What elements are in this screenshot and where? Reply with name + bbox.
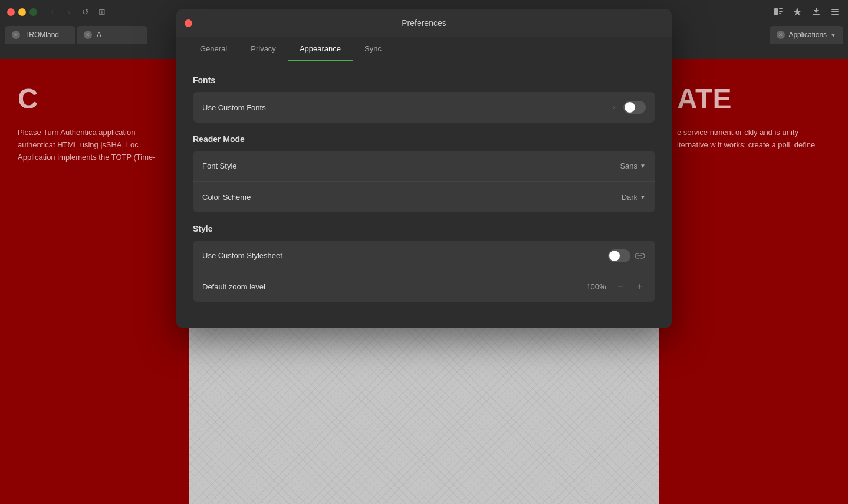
reader-icon[interactable] — [773, 6, 784, 18]
maximize-button[interactable] — [29, 8, 37, 16]
tab-close-applications[interactable]: ✕ — [777, 31, 785, 39]
tab-title-tromland: TROMland — [25, 31, 68, 39]
tab-title-appearance: A — [97, 31, 140, 39]
use-custom-fonts-toggle[interactable] — [623, 101, 646, 114]
star-icon[interactable] — [791, 6, 803, 18]
toggle-knob — [625, 102, 635, 113]
color-scheme-row: Color Scheme Dark ▼ — [193, 182, 655, 212]
back-button[interactable]: ‹ — [47, 6, 58, 18]
svg-rect-0 — [774, 8, 778, 15]
right-card-text: e service ntment or ckly and is unity lt… — [677, 127, 830, 151]
applications-dropdown-icon[interactable]: ▼ — [830, 32, 836, 38]
svg-rect-5 — [813, 14, 820, 15]
reload-button[interactable]: ↺ — [80, 6, 91, 18]
forward-button[interactable]: › — [63, 6, 75, 18]
svg-rect-8 — [831, 9, 839, 10]
use-custom-stylesheet-row: Use Custom Stylesheet — [193, 241, 655, 271]
left-card-text: Please Turn Authentica application authe… — [18, 127, 171, 163]
tab-close-tromland[interactable]: ✕ — [12, 31, 20, 39]
zoom-controls: 100% − + — [584, 280, 646, 293]
stylesheet-toggle-knob — [609, 251, 620, 261]
default-zoom-level-row: Default zoom level 100% − + — [193, 271, 655, 302]
font-style-value: Sans — [620, 162, 637, 170]
use-custom-stylesheet-label: Use Custom Stylesheet — [202, 251, 608, 260]
stylesheet-link-icon[interactable] — [634, 250, 646, 262]
pref-tabs: General Privacy Appearance Sync — [176, 37, 672, 61]
fonts-group: Use Custom Fonts › — [193, 92, 655, 123]
svg-marker-4 — [793, 8, 801, 16]
use-custom-fonts-label: Use Custom Fonts — [202, 103, 613, 112]
color-scheme-label: Color Scheme — [202, 193, 622, 202]
tab-sync[interactable]: Sync — [353, 37, 393, 61]
left-card: C Please Turn Authentica application aut… — [0, 59, 189, 504]
menu-icon[interactable] — [829, 6, 841, 18]
dialog-titlebar: Preferences — [176, 9, 672, 37]
use-custom-stylesheet-toggle[interactable] — [608, 249, 630, 262]
font-style-dropdown[interactable]: Sans ▼ — [620, 162, 646, 170]
use-custom-fonts-value: › — [613, 101, 646, 114]
svg-rect-2 — [779, 11, 783, 12]
svg-rect-9 — [831, 11, 839, 12]
tab-privacy[interactable]: Privacy — [239, 37, 288, 61]
minimize-button[interactable] — [18, 8, 26, 16]
font-style-caret: ▼ — [640, 163, 646, 169]
use-custom-fonts-chevron: › — [613, 104, 615, 111]
font-style-row: Font Style Sans ▼ — [193, 151, 655, 182]
dialog-title: Preferences — [402, 18, 446, 28]
style-group: Use Custom Stylesheet Default zoom level — [193, 241, 655, 302]
fonts-section-title: Fonts — [193, 75, 655, 85]
reader-mode-group: Font Style Sans ▼ Color Scheme Dark ▼ — [193, 151, 655, 212]
preferences-dialog: Preferences General Privacy Appearance S… — [176, 9, 672, 328]
color-scheme-caret: ▼ — [640, 194, 646, 200]
font-style-label: Font Style — [202, 162, 620, 170]
right-card-title: ATE — [677, 83, 830, 115]
svg-rect-1 — [779, 8, 783, 9]
toolbar-icons — [773, 6, 841, 18]
reader-mode-section-title: Reader Mode — [193, 134, 655, 144]
right-card: ATE e service ntment or ckly and is unit… — [659, 59, 848, 504]
new-tab-button[interactable]: ⊞ — [96, 6, 108, 18]
left-card-title: C — [18, 83, 171, 115]
close-button[interactable] — [7, 8, 15, 16]
zoom-value: 100% — [584, 282, 608, 291]
tab-appearance[interactable]: Appearance — [288, 37, 353, 61]
tab-appearance[interactable]: ✕ A — [77, 26, 147, 44]
tab-tromland[interactable]: ✕ TROMland — [5, 26, 75, 44]
svg-rect-3 — [779, 13, 781, 14]
nav-buttons: ‹ › ↺ ⊞ — [47, 6, 108, 18]
zoom-decrease-button[interactable]: − — [614, 280, 627, 293]
applications-tab-label: Applications — [788, 31, 827, 39]
style-section-title: Style — [193, 224, 655, 233]
default-zoom-level-label: Default zoom level — [202, 282, 584, 291]
svg-rect-7 — [816, 8, 817, 11]
tab-close-appearance[interactable]: ✕ — [84, 31, 92, 39]
use-custom-fonts-row: Use Custom Fonts › — [193, 92, 655, 123]
color-scheme-value: Dark — [622, 193, 637, 202]
traffic-lights — [7, 8, 37, 16]
tab-general[interactable]: General — [188, 37, 239, 61]
zoom-increase-button[interactable]: + — [633, 280, 646, 293]
svg-rect-10 — [831, 14, 839, 15]
pref-content: Fonts Use Custom Fonts › Reader Mode Fon… — [176, 61, 672, 328]
download-icon[interactable] — [810, 6, 822, 18]
use-custom-stylesheet-controls — [608, 249, 646, 262]
color-scheme-dropdown[interactable]: Dark ▼ — [622, 193, 646, 202]
applications-tab[interactable]: ✕ Applications ▼ — [770, 26, 843, 44]
dialog-close-button[interactable] — [185, 19, 192, 27]
